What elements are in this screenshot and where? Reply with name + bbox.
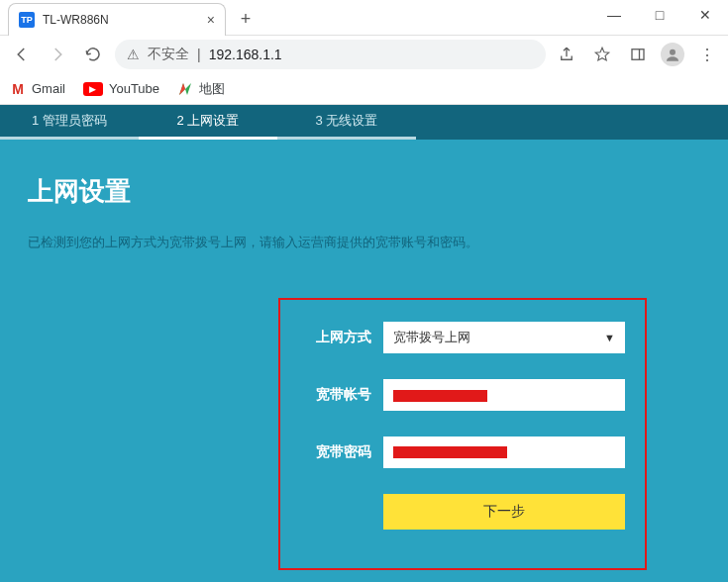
step-wireless-settings[interactable]: 3 无线设置 [277, 105, 416, 140]
toolbar-right: ⋮ [554, 42, 720, 67]
page-subtitle: 已检测到您的上网方式为宽带拨号上网，请输入运营商提供的宽带账号和密码。 [0, 209, 728, 251]
omnibox[interactable]: ⚠ 不安全 | 192.168.1.1 [115, 40, 546, 69]
new-tab-button[interactable]: + [232, 5, 260, 33]
bookmark-label: Gmail [32, 81, 65, 96]
next-button[interactable]: 下一步 [383, 494, 625, 530]
chevron-down-icon: ▼ [604, 332, 615, 343]
tab-close-icon[interactable]: × [207, 12, 215, 28]
step-wan-settings[interactable]: 2 上网设置 [139, 105, 277, 140]
mode-label: 上网方式 [300, 329, 371, 346]
row-password: 宽带密码 [300, 436, 625, 468]
tab-title: TL-WR886N [43, 13, 109, 27]
page-title: 上网设置 [0, 140, 728, 209]
redaction-bar [393, 390, 487, 402]
close-window-button[interactable]: ✕ [682, 0, 728, 30]
side-panel-icon[interactable] [625, 42, 651, 67]
password-label: 宽带密码 [300, 443, 371, 461]
maps-icon [177, 81, 193, 97]
menu-icon[interactable]: ⋮ [694, 42, 720, 67]
step-label: 1 管理员密码 [32, 112, 107, 130]
mode-value: 宽带拨号上网 [393, 329, 470, 346]
password-input[interactable] [383, 436, 625, 468]
svg-point-2 [670, 49, 676, 55]
address-bar: ⚠ 不安全 | 192.168.1.1 ⋮ [0, 36, 728, 73]
back-button[interactable] [8, 41, 36, 68]
forward-button[interactable] [44, 41, 71, 68]
minimize-button[interactable]: ― [591, 0, 637, 30]
share-icon[interactable] [554, 42, 579, 67]
svg-marker-4 [179, 83, 185, 95]
insecure-icon: ⚠ [127, 47, 140, 62]
setup-steps: 1 管理员密码 2 上网设置 3 无线设置 [0, 105, 728, 140]
gmail-icon: M [10, 81, 26, 97]
svg-rect-0 [632, 49, 644, 60]
step-label: 2 上网设置 [177, 112, 240, 130]
youtube-icon: ▶ [83, 82, 103, 96]
window-controls: ― □ ✕ [591, 0, 728, 30]
username-input[interactable]: TP-LINK_201 [383, 379, 625, 411]
bookmark-gmail[interactable]: M Gmail [10, 81, 65, 97]
mode-select[interactable]: 宽带拨号上网 ▼ [383, 322, 625, 353]
reload-button[interactable] [79, 41, 107, 68]
bookmark-youtube[interactable]: ▶ YouTube [83, 81, 159, 96]
browser-tab[interactable]: TP TL-WR886N × [8, 3, 226, 36]
profile-avatar[interactable] [661, 43, 684, 66]
bookmarks-bar: M Gmail ▶ YouTube 地图 [0, 73, 728, 105]
favicon: TP [19, 12, 35, 28]
wan-form: 上网方式 宽带拨号上网 ▼ 宽带帐号 TP-LINK_201 宽带密码 下一步 [278, 298, 647, 570]
row-mode: 上网方式 宽带拨号上网 ▼ [300, 322, 625, 353]
star-icon[interactable] [589, 42, 615, 67]
username-label: 宽带帐号 [300, 386, 371, 404]
maximize-button[interactable]: □ [637, 0, 682, 30]
router-page: 1 管理员密码 2 上网设置 3 无线设置 上网设置 已检测到您的上网方式为宽带… [0, 105, 728, 582]
bookmark-maps[interactable]: 地图 [177, 80, 225, 98]
row-username: 宽带帐号 TP-LINK_201 [300, 379, 625, 411]
step-label: 3 无线设置 [316, 112, 378, 130]
insecure-label: 不安全 [148, 46, 189, 63]
separator: | [197, 47, 201, 62]
step-admin-password[interactable]: 1 管理员密码 [0, 105, 139, 140]
url-text: 192.168.1.1 [209, 47, 282, 62]
bookmark-label: YouTube [109, 81, 159, 96]
browser-titlebar: TP TL-WR886N × + ― □ ✕ [0, 0, 728, 36]
bookmark-label: 地图 [199, 80, 225, 98]
redaction-bar [393, 446, 507, 458]
